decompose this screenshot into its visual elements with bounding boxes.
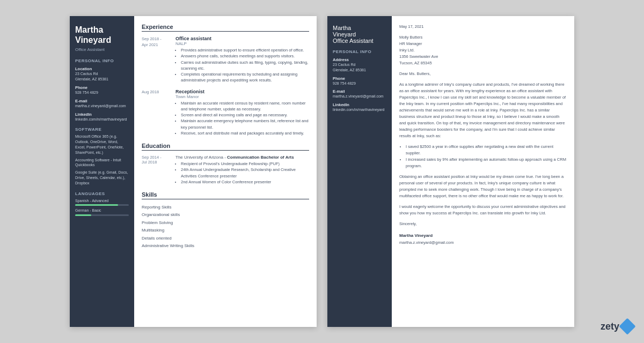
edu1-school: The University of Arizona - Communicatio…	[175, 155, 309, 160]
job1-bullet-1: Provides administrative support to ensur…	[181, 47, 309, 53]
job2-bullet-1: Maintain an accurate resident census by …	[181, 100, 309, 113]
cover-address-value: 23 Cactus RdGlendale, AZ 85381	[333, 62, 386, 73]
resume-job-title: Office Assistant	[75, 47, 129, 52]
languages-section-title: Languages	[75, 191, 129, 196]
resume-first-name: Martha	[75, 25, 103, 34]
cover-para-2: Obtaining an office assistant position a…	[399, 174, 567, 199]
resume-card: Martha Vineyard Office Assistant Persona…	[70, 16, 317, 327]
recipient-address2: Tucson, AZ 85345	[399, 60, 567, 66]
resume-name: Martha Vineyard	[75, 25, 129, 45]
phone-label: Phone	[75, 85, 129, 90]
job1-title: Office assistant	[175, 36, 309, 41]
cover-signature: Martha Vineyard martha.z.vineyard@gmail.…	[399, 233, 567, 246]
linkedin-label: LinkedIn	[75, 112, 129, 117]
linkedin-value: linkedin.com/in/marthavineyard	[75, 117, 129, 122]
sig-name: Martha Vineyard	[399, 233, 567, 240]
software-section-title: Software	[75, 127, 129, 132]
email-value: martha.z.vineyard@gmail.com	[75, 103, 129, 109]
skill-5: Details oriented	[142, 235, 309, 242]
experience-section-title: Experience	[142, 24, 309, 32]
cover-closing: Sincerely, Martha Vineyard martha.z.vine…	[399, 221, 567, 246]
cover-address-label: Address	[333, 57, 386, 62]
lang1-label: Spanish - Advanced	[75, 198, 129, 204]
software1: Microsoft Office 365 (e.g. Outlook, OneD…	[75, 134, 129, 155]
resume-sidebar: Martha Vineyard Office Assistant Persona…	[70, 16, 134, 327]
cover-name: Martha Vineyard	[333, 25, 386, 38]
job2-content: Receptionist Town Manor Maintain an accu…	[175, 89, 309, 137]
cover-bullets: I saved $2500 a year in office supplies …	[399, 144, 567, 169]
job2-bullet-2: Screen and direct all incoming calls and…	[181, 112, 309, 118]
sig-email: martha.z.vineyard@gmail.com	[399, 240, 567, 246]
software3: Google Suite (e.g. Gmail, Docs, Drive, S…	[75, 170, 129, 185]
cover-linkedin-value: linkedin.com/in/marthavineyard	[333, 107, 386, 113]
cover-email-label: E-mail	[333, 89, 386, 94]
skills-section-title: Skills	[142, 191, 309, 199]
resume-main: Experience Sep 2018 -Apr 2021 Office ass…	[134, 16, 317, 327]
job1-bullet-3: Carries out administrative duties such a…	[181, 59, 309, 72]
cover-date: May 17, 2021	[399, 24, 567, 30]
edu1-bullet-3: 2nd Annual Women of Color Conference pre…	[181, 179, 309, 185]
recipient-title: HR Manager	[399, 41, 567, 47]
skills-list: Reporting Skills Organizational skills P…	[142, 204, 309, 250]
job2-company: Town Manor	[175, 94, 309, 99]
cover-sidebar: Martha Vineyard Office Assistant Persona…	[327, 16, 392, 327]
email-label: E-mail	[75, 99, 129, 103]
cover-letter-card: Martha Vineyard Office Assistant Persona…	[327, 16, 574, 327]
phone-value: 928 754 4829	[75, 90, 129, 95]
page-wrapper: Martha Vineyard Office Assistant Persona…	[70, 16, 574, 327]
job1-bullet-4: Completes operational requirements by sc…	[181, 71, 309, 84]
edu-block-1: Sep 2014 -Jul 2018 The University of Ari…	[142, 155, 309, 185]
skill-6: Administrative Writing Skills	[142, 242, 309, 250]
cover-linkedin-label: LinkedIn	[333, 102, 386, 107]
job2-bullets: Maintain an accurate resident census by …	[175, 100, 309, 137]
job1-bullet-2: Answers phone calls, schedules meetings …	[181, 53, 309, 59]
edu1-bullet-1: Recipient of Provost's Undergraduate Fel…	[181, 161, 309, 167]
lang2-bar	[75, 214, 91, 216]
cover-bullet-2: I increased sales by 9% after implementi…	[406, 156, 567, 169]
edu1-content: The University of Arizona - Communicatio…	[175, 155, 309, 185]
location-label: Location	[75, 66, 129, 71]
resume-last-name: Vineyard	[75, 35, 111, 44]
job1-content: Office assistant NALP Provides administr…	[175, 36, 309, 84]
cover-job-title: Office Assistant	[333, 38, 386, 44]
skill-3: Problem Solving	[142, 219, 309, 227]
zety-logo: zety	[601, 320, 633, 332]
cover-last-name: Vineyard	[333, 31, 356, 38]
recipient-name: Molly Butters	[399, 34, 567, 41]
cover-phone-value: 928 754 4829	[333, 81, 386, 86]
cover-salutation: Dear Ms. Butters,	[399, 71, 567, 77]
closing-word: Sincerely,	[399, 221, 567, 227]
job2-date: Aug 2018	[142, 89, 171, 137]
skill-4: Multitasking	[142, 227, 309, 234]
cover-recipient: Molly Butters HR Manager Inky Ltd. 1356 …	[399, 34, 567, 66]
cover-email-value: martha.z.vineyard@gmail.com	[333, 94, 386, 99]
job2-title: Receptionist	[175, 89, 309, 94]
job1-date: Sep 2018 -Apr 2021	[142, 36, 171, 84]
software2: Accounting Software - Intuit Quickbooks	[75, 158, 129, 168]
cover-body: As a longtime admirer of Inky's company …	[399, 81, 567, 217]
edu1-bullets: Recipient of Provost's Undergraduate Fel…	[175, 161, 309, 185]
recipient-company: Inky Ltd.	[399, 47, 567, 54]
lang2-label: German - Basic	[75, 208, 129, 213]
edu1-date: Sep 2014 -Jul 2018	[142, 155, 171, 185]
skill-1: Reporting Skills	[142, 204, 309, 211]
zety-text: zety	[601, 321, 619, 332]
job-block-1: Sep 2018 -Apr 2021 Office assistant NALP…	[142, 36, 309, 84]
cover-main: May 17, 2021 Molly Butters HR Manager In…	[392, 16, 574, 327]
recipient-address1: 1356 Sweetwater Ave	[399, 54, 567, 60]
personal-info-section-title: Personal Info	[75, 58, 129, 63]
job1-bullets: Provides administrative support to ensur…	[175, 47, 309, 84]
edu1-bullet-2: 24th Annual Undergraduate Research, Scho…	[181, 167, 309, 179]
skill-2: Organizational skills	[142, 211, 309, 219]
cover-bullet-1: I saved $2500 a year in office supplies …	[406, 144, 567, 156]
cover-para-3: I would eagerly welcome the opportunity …	[399, 204, 567, 217]
lang2-bar-bg	[75, 214, 129, 216]
location-value: 23 Cactus RdGlendale, AZ 85381	[75, 71, 129, 82]
job2-bullet-3: Maintain accurate emergency telephone nu…	[181, 118, 309, 130]
cover-para-1: As a longtime admirer of Inky's company …	[399, 81, 567, 139]
cover-phone-label: Phone	[333, 76, 386, 81]
education-section-title: Education	[142, 143, 309, 151]
lang1-bar-bg	[75, 204, 129, 206]
cover-first-name: Martha	[333, 25, 351, 31]
lang1-bar	[75, 204, 118, 206]
